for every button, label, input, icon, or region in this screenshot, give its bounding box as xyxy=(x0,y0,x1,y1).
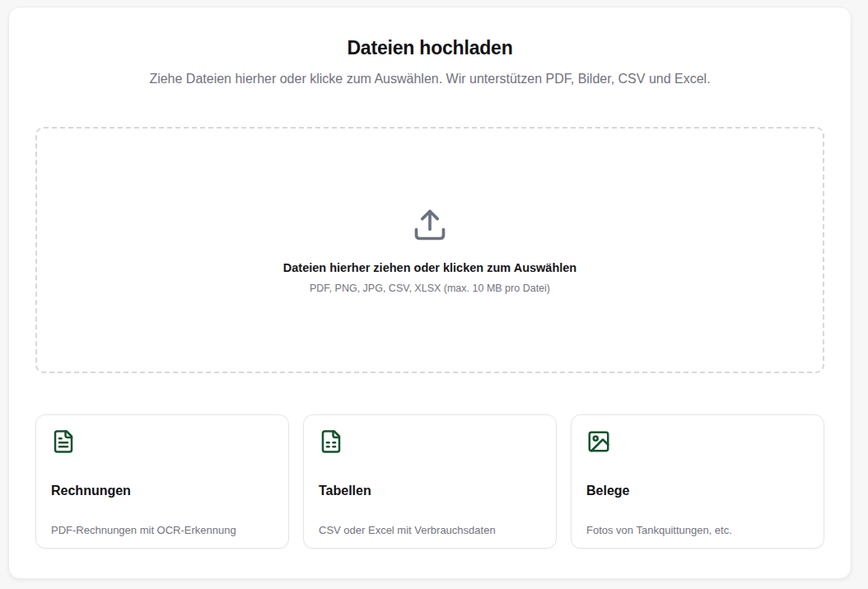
page-header: Dateien hochladen Ziehe Dateien hierher … xyxy=(35,37,824,87)
card-desc-belege: Fotos von Tankquittungen, etc. xyxy=(586,524,807,536)
upload-icon xyxy=(412,207,448,243)
dropzone-formats-text: PDF, PNG, JPG, CSV, XLSX (max. 10 MB pro… xyxy=(310,283,550,294)
info-card-rechnungen: Rechnungen PDF-Rechnungen mit OCR-Erkenn… xyxy=(35,414,289,549)
card-desc-rechnungen: PDF-Rechnungen mit OCR-Erkennung xyxy=(51,524,272,536)
upload-panel: Dateien hochladen Ziehe Dateien hierher … xyxy=(8,7,852,579)
info-card-belege: Belege Fotos von Tankquittungen, etc. xyxy=(571,414,824,549)
dropzone-main-text: Dateien hierher ziehen oder klicken zum … xyxy=(283,261,576,274)
file-dropzone[interactable]: Dateien hierher ziehen oder klicken zum … xyxy=(35,127,824,373)
image-icon xyxy=(586,429,807,454)
file-spreadsheet-icon xyxy=(319,429,539,454)
info-card-tabellen: Tabellen CSV oder Excel mit Verbrauchsda… xyxy=(303,414,557,549)
file-text-icon xyxy=(51,429,272,454)
card-title-tabellen: Tabellen xyxy=(319,484,539,498)
card-desc-tabellen: CSV oder Excel mit Verbrauchsdaten xyxy=(319,524,539,536)
page-title: Dateien hochladen xyxy=(35,37,824,59)
info-cards-row: Rechnungen PDF-Rechnungen mit OCR-Erkenn… xyxy=(35,414,824,549)
card-title-belege: Belege xyxy=(586,484,807,498)
page-subtitle: Ziehe Dateien hierher oder klicke zum Au… xyxy=(35,71,824,87)
card-title-rechnungen: Rechnungen xyxy=(51,484,272,498)
